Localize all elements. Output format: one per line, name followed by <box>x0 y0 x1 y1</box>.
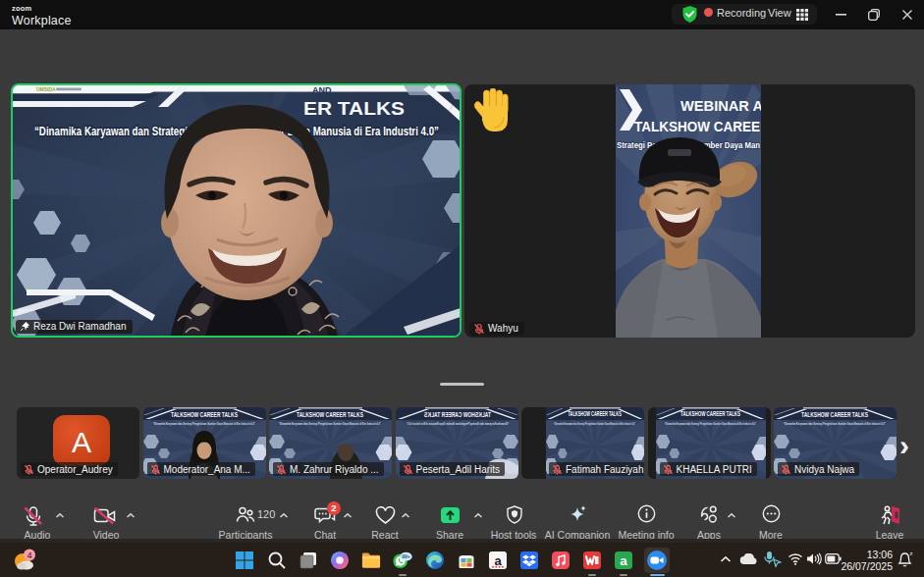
svg-text:z: z <box>910 551 913 556</box>
svg-text:4: 4 <box>27 551 32 560</box>
svg-text:AND: AND <box>312 85 332 95</box>
svg-text:a: a <box>620 553 627 568</box>
svg-text:TALKSHOW CAREE: TALKSHOW CAREE <box>634 119 760 134</box>
svg-text:99+: 99+ <box>402 553 410 559</box>
svg-text:WEBINAR A: WEBINAR A <box>680 99 761 114</box>
svg-text:ER TALKS: ER TALKS <box>303 98 405 119</box>
svg-text:A: A <box>72 426 91 458</box>
svg-text:UMSIDA: UMSIDA <box>36 86 56 92</box>
svg-text:a: a <box>494 553 502 568</box>
